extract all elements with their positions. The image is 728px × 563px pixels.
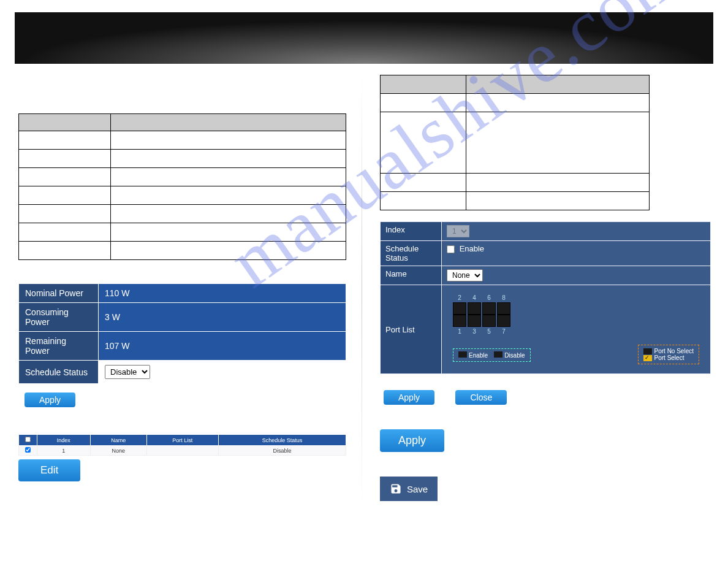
apply-button[interactable]: Apply	[25, 393, 75, 407]
port-label: 4	[468, 294, 481, 301]
port-label: 5	[482, 328, 496, 335]
panel-close-button[interactable]: Close	[455, 390, 507, 405]
save-button[interactable]: Save	[380, 477, 438, 501]
legend-select: Port No Select Port Select	[638, 345, 699, 364]
legend-enable-disable: Enable Disable	[453, 348, 531, 362]
cell-portlist	[146, 446, 218, 456]
select-all-checkbox[interactable]	[25, 437, 31, 442]
nominal-power-label: Nominal Power	[19, 284, 99, 303]
save-label: Save	[407, 484, 428, 494]
port-icon[interactable]	[482, 315, 496, 327]
cell-index: 1	[37, 446, 91, 456]
port-diagram: 2468 1357	[447, 288, 705, 370]
remaining-power-label: Remaining Power	[19, 332, 99, 361]
consuming-power-label: Consuming Power	[19, 303, 99, 332]
port-icon[interactable]	[482, 302, 496, 315]
edit-button[interactable]: Edit	[18, 459, 80, 481]
table-row: 1NoneDisable	[19, 446, 346, 456]
column-divider	[362, 74, 362, 509]
apply-large-button[interactable]: Apply	[380, 429, 444, 452]
col-portlist: Port List	[146, 435, 218, 446]
name-label: Name	[381, 266, 442, 285]
port-noselect-icon	[643, 348, 652, 354]
power-table: Nominal Power 110 W Consuming Power 3 W …	[18, 283, 346, 384]
enable-checkbox[interactable]	[447, 245, 455, 253]
schedule-status-select[interactable]: DisableEnable	[105, 365, 150, 379]
col-sched: Schedule Status	[218, 435, 346, 446]
blank-table-left	[18, 113, 346, 260]
port-label: 2	[453, 294, 466, 301]
nominal-power-value: 110 W	[99, 284, 346, 303]
row-checkbox[interactable]	[25, 447, 31, 453]
schedule-list-table: Index Name Port List Schedule Status 1No…	[18, 434, 346, 456]
port-disable-icon	[494, 351, 502, 358]
col-index: Index	[37, 435, 91, 446]
port-select-icon	[643, 355, 652, 361]
consuming-power-value: 3 W	[99, 303, 346, 332]
portlist-label: Port List	[381, 285, 442, 374]
port-label: 8	[497, 294, 510, 301]
index-label: Index	[381, 222, 442, 241]
blank-table-right	[380, 75, 650, 210]
schedule-status-label: Schedule Status	[19, 361, 99, 384]
port-icon[interactable]	[453, 302, 466, 315]
port-icon[interactable]	[497, 315, 510, 327]
remaining-power-value: 107 W	[99, 332, 346, 361]
port-icon[interactable]	[468, 315, 481, 327]
enable-text: Enable	[460, 244, 484, 253]
schedule-edit-panel: Index 1 Schedule Status Enable Name None…	[380, 221, 711, 374]
port-icon[interactable]	[453, 315, 466, 327]
port-label: 6	[482, 294, 496, 301]
name-select[interactable]: None	[447, 269, 483, 282]
sched-status-label: Schedule Status	[381, 241, 442, 266]
col-name: Name	[90, 435, 146, 446]
panel-apply-button[interactable]: Apply	[384, 390, 434, 405]
top-banner	[15, 12, 713, 64]
port-label: 3	[468, 328, 481, 335]
port-label: 7	[497, 328, 510, 335]
cell-name: None	[90, 446, 146, 456]
port-icon[interactable]	[468, 302, 481, 315]
cell-sched: Disable	[218, 446, 346, 456]
port-enable-icon	[458, 351, 467, 358]
save-icon	[390, 483, 402, 495]
index-select: 1	[447, 225, 469, 237]
port-icon[interactable]	[497, 302, 510, 315]
port-label: 1	[453, 328, 466, 335]
